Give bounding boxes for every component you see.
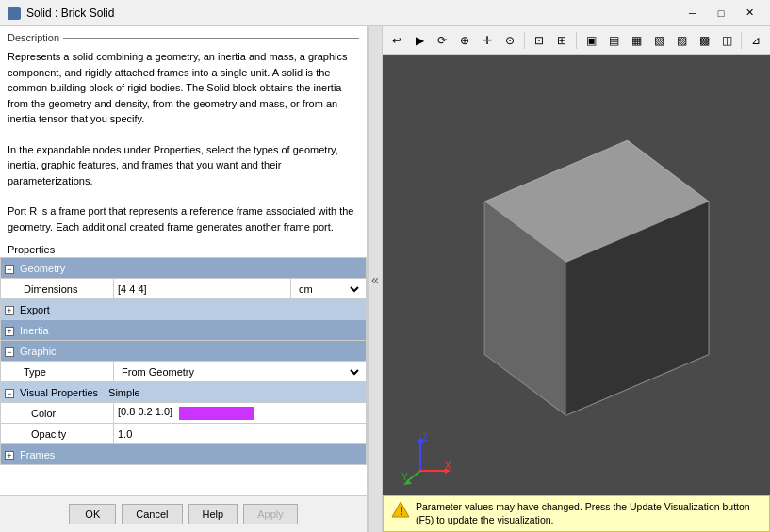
visual-properties-row: − Visual Properties Simple — [1, 382, 367, 403]
toolbar-view3-icon[interactable]: ▦ — [626, 30, 647, 51]
description-section: Description Represents a solid combining… — [0, 26, 367, 242]
toolbar-cursor-icon[interactable]: ▶ — [409, 30, 430, 51]
properties-section: Properties − Geometry Dimensions — [0, 242, 367, 495]
opacity-input[interactable] — [118, 428, 362, 440]
visual-props-value: Simple — [108, 387, 140, 398]
description-para-3: Port R is a frame port that represents a… — [8, 202, 359, 236]
graphic-group-row: − Graphic — [1, 341, 367, 362]
maximize-button[interactable]: □ — [708, 3, 734, 24]
title-bar: Solid : Brick Solid ─ □ ✕ — [0, 0, 770, 26]
color-swatch[interactable] — [179, 407, 254, 420]
description-heading: Description — [8, 32, 59, 43]
type-row: Type From Geometry — [1, 362, 367, 382]
graphic-group-cell: − Graphic — [1, 341, 367, 362]
bottom-bar: OK Cancel Help Apply — [0, 495, 367, 532]
visual-properties-cell: − Visual Properties Simple — [1, 382, 367, 403]
dimensions-input[interactable] — [118, 283, 287, 295]
cancel-button[interactable]: Cancel — [122, 504, 182, 524]
dimensions-label: Dimensions — [1, 279, 114, 299]
toolbar-fitall-icon[interactable]: ⊡ — [529, 30, 549, 51]
warning-icon: ! — [391, 500, 410, 519]
dimensions-unit-select[interactable]: cm m mm — [295, 282, 362, 296]
toolbar-extra-icon[interactable]: ⊿ — [745, 30, 766, 51]
type-label: Type — [1, 362, 114, 382]
toolbar-view2-icon[interactable]: ▤ — [603, 30, 624, 51]
inertia-label: Inertia — [20, 325, 49, 336]
svg-text:Y: Y — [401, 472, 408, 482]
inertia-group-cell: + Inertia — [1, 320, 367, 341]
dimensions-row: Dimensions cm m mm — [1, 279, 367, 299]
description-para-2: In the expandable nodes under Properties… — [8, 140, 359, 191]
color-value-text: [0.8 0.2 1.0] — [118, 406, 172, 417]
right-panel: ↩ ▶ ⟳ ⊕ ✛ ⊙ ⊡ ⊞ ▣ ▤ ▦ ▧ ▨ ▩ ◫ ⊿ — [383, 26, 770, 532]
graphic-expand-icon[interactable]: − — [5, 347, 14, 357]
toolbar-view1-icon[interactable]: ▣ — [581, 30, 601, 51]
svg-text:X: X — [445, 460, 451, 471]
properties-table: − Geometry Dimensions cm m mm — [0, 257, 367, 465]
frames-group-cell: + Frames — [1, 444, 367, 465]
description-divider-line — [63, 38, 359, 39]
window-title: Solid : Brick Solid — [26, 7, 114, 20]
toolbar-view5-icon[interactable]: ▨ — [671, 30, 692, 51]
main-container: Description Represents a solid combining… — [0, 26, 770, 532]
frames-group-row: + Frames — [1, 444, 367, 465]
toolbar-rotate-icon[interactable]: ⟳ — [432, 30, 452, 51]
inertia-expand-icon[interactable]: + — [5, 327, 14, 336]
toolbar-view6-icon[interactable]: ▩ — [694, 30, 714, 51]
color-value-cell: [0.8 0.2 1.0] — [114, 403, 367, 424]
toolbar-view7-icon[interactable]: ◫ — [716, 30, 737, 51]
toolbar-zoom-icon[interactable]: ⊙ — [500, 30, 520, 51]
visual-props-label: Visual Properties — [20, 387, 98, 398]
toolbar-orbit-icon[interactable]: ⊕ — [454, 30, 475, 51]
toolbar-pan-icon[interactable]: ✛ — [477, 30, 498, 51]
type-select[interactable]: From Geometry — [118, 365, 362, 379]
description-divider: Description — [8, 32, 359, 43]
toolbar-fitsel-icon[interactable]: ⊞ — [551, 30, 572, 51]
title-bar-left: Solid : Brick Solid — [8, 7, 114, 20]
opacity-label: Opacity — [1, 424, 114, 444]
toolbar: ↩ ▶ ⟳ ⊕ ✛ ⊙ ⊡ ⊞ ▣ ▤ ▦ ▧ ▨ ▩ ◫ ⊿ — [383, 26, 770, 55]
left-panel: Description Represents a solid combining… — [0, 26, 368, 532]
toolbar-sep-2 — [576, 32, 577, 49]
inertia-group-row: + Inertia — [1, 320, 367, 341]
collapse-icon: « — [371, 272, 379, 287]
dimensions-value-cell — [114, 279, 291, 299]
color-label: Color — [1, 403, 114, 424]
toolbar-sep-1 — [524, 32, 525, 49]
description-para-1: Represents a solid combining a geometry,… — [8, 47, 359, 129]
title-bar-controls: ─ □ ✕ — [680, 3, 762, 24]
svg-text:!: ! — [400, 505, 403, 518]
axis-svg: Z X Y — [401, 433, 453, 485]
toolbar-view4-icon[interactable]: ▧ — [648, 30, 669, 51]
graphic-label: Graphic — [20, 346, 57, 357]
3d-view[interactable]: Z X Y ! Parameter values may have ch — [383, 55, 770, 532]
toolbar-sep-3 — [741, 32, 742, 49]
properties-header: Properties — [0, 242, 367, 257]
type-value-cell: From Geometry — [114, 362, 367, 382]
color-row: Color [0.8 0.2 1.0] — [1, 403, 367, 424]
notification-text: Parameter values may have changed. Press… — [416, 500, 762, 527]
close-button[interactable]: ✕ — [736, 3, 762, 24]
geometry-expand-icon[interactable]: − — [5, 265, 14, 274]
help-button[interactable]: Help — [188, 504, 238, 524]
visual-props-expand-icon[interactable]: − — [5, 389, 14, 398]
ok-button[interactable]: OK — [69, 504, 116, 524]
opacity-value-cell — [114, 424, 367, 444]
export-label: Export — [20, 304, 50, 315]
frames-label: Frames — [20, 449, 55, 460]
svg-text:Z: Z — [422, 433, 428, 443]
notification-bar: ! Parameter values may have changed. Pre… — [383, 495, 770, 532]
app-icon — [8, 7, 21, 20]
geometry-label: Geometry — [20, 263, 65, 274]
properties-heading: Properties — [8, 244, 55, 255]
export-cell: + Export — [1, 299, 367, 320]
frames-expand-icon[interactable]: + — [5, 451, 14, 460]
collapse-panel-button[interactable]: « — [368, 26, 383, 532]
export-expand-icon[interactable]: + — [5, 306, 14, 315]
properties-divider-line — [58, 250, 359, 250]
toolbar-arrow-icon[interactable]: ↩ — [386, 30, 407, 51]
axis-widget: Z X Y — [401, 433, 449, 480]
apply-button[interactable]: Apply — [243, 504, 298, 524]
geometry-group-row: − Geometry — [1, 258, 367, 279]
minimize-button[interactable]: ─ — [680, 3, 706, 24]
